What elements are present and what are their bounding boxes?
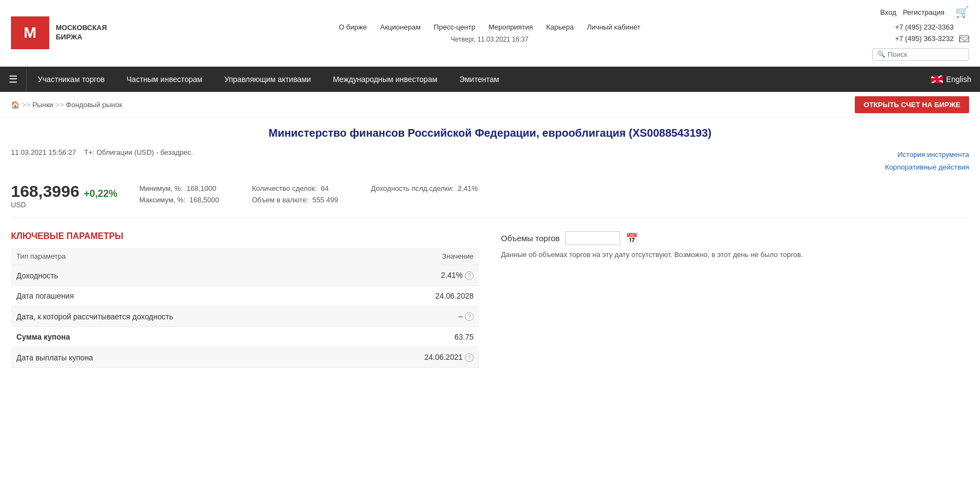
- table-row: Дата, к которой рассчитывается доходност…: [11, 306, 479, 327]
- nav-emitents[interactable]: Эмитентам: [448, 67, 510, 91]
- key-params-title: КЛЮЧЕВЫЕ ПАРАМЕТРЫ: [11, 231, 479, 241]
- nav-career[interactable]: Карьера: [546, 23, 574, 31]
- stat-col-left: Минимум, %: 168,1000 Максимум, %: 168,50…: [139, 184, 219, 204]
- main-content: Министерство финансов Российской Федерац…: [0, 118, 980, 377]
- header-nav: О бирже Акционерам Пресс-центр Мероприят…: [118, 23, 861, 43]
- nav-participants[interactable]: Участникам торгов: [27, 67, 116, 91]
- nav-items: Участникам торгов Частным инвесторам Упр…: [27, 67, 922, 91]
- site-header: М МОСКОВСКАЯ БИРЖА О бирже Акционерам Пр…: [0, 0, 980, 67]
- breadcrumb-bar: 🏠 >> Рынки >> Фондовый рынок ОТКРЫТЬ СЧЕ…: [0, 92, 980, 118]
- phone1: +7 (495) 232-3363: [895, 22, 954, 33]
- flag-icon: [931, 75, 943, 83]
- hamburger-menu[interactable]: ☰: [0, 67, 27, 92]
- stat-deals: Количество сделок: 64: [252, 184, 338, 192]
- header-right: Вход Регистрация 🛒 +7 (495) 232-3363 +7 …: [872, 5, 969, 61]
- breadcrumb-current: Фондовый рынок: [66, 101, 122, 109]
- logo-text: МОСКОВСКАЯ БИРЖА: [56, 24, 107, 42]
- help-icon[interactable]: ?: [465, 353, 474, 362]
- instrument-meta-right: История инструмента Корпоративные действ…: [885, 148, 969, 174]
- col-value-header: Значение: [355, 248, 479, 265]
- login-link[interactable]: Вход: [880, 8, 896, 16]
- param-value: 24.06.2021?: [355, 347, 479, 368]
- param-value: –?: [355, 306, 479, 327]
- instrument-title: Министерство финансов Российской Федерац…: [11, 127, 969, 139]
- price-block: 168,3996 +0,22% USD: [11, 182, 118, 209]
- breadcrumb-sep1: >>: [22, 101, 30, 109]
- param-name: Дата погашения: [11, 286, 355, 306]
- search-box[interactable]: 🔍: [872, 48, 969, 61]
- key-params-section: КЛЮЧЕВЫЕ ПАРАМЕТРЫ Тип параметра Значени…: [11, 231, 479, 368]
- stat-col-right: Доходность пслд.сделки: 2,41%: [371, 184, 478, 204]
- history-link[interactable]: История инструмента: [885, 148, 969, 161]
- col-param-header: Тип параметра: [11, 248, 355, 265]
- param-value: 2.41%?: [355, 265, 479, 286]
- top-nav: О бирже Акционерам Пресс-центр Мероприят…: [339, 23, 640, 31]
- instrument-meta: 11.03.2021 15:56:27 Т+: Облигации (USD) …: [11, 148, 969, 174]
- breadcrumb-markets[interactable]: Рынки: [32, 101, 53, 109]
- price-section: 168,3996 +0,22% USD Минимум, %: 168,1000…: [11, 182, 969, 218]
- two-col-section: КЛЮЧЕВЫЕ ПАРАМЕТРЫ Тип параметра Значени…: [11, 231, 969, 368]
- cart-icon[interactable]: 🛒: [955, 5, 969, 19]
- table-row: Дата выплаты купона24.06.2021?: [11, 347, 479, 368]
- table-row: Сумма купона63.75: [11, 327, 479, 347]
- nav-asset-managers[interactable]: Управляющим активами: [213, 67, 322, 91]
- table-row: Доходность2.41%?: [11, 265, 479, 286]
- table-row: Дата погашения24.06.2028: [11, 286, 479, 306]
- stat-yield-last: Доходность пслд.сделки: 2,41%: [371, 184, 478, 192]
- price-stats: Минимум, %: 168,1000 Максимум, %: 168,50…: [139, 184, 478, 204]
- nav-events[interactable]: Мероприятия: [488, 23, 533, 31]
- home-icon[interactable]: 🏠: [11, 101, 20, 109]
- instrument-datetime: 11.03.2021 15:56:27: [11, 148, 76, 156]
- nav-press[interactable]: Пресс-центр: [434, 23, 475, 31]
- volume-label: Объемы торгов: [501, 234, 560, 243]
- stat-volume: Объем в валюте: 555 499: [252, 196, 338, 204]
- volume-date-input[interactable]: [565, 231, 620, 245]
- volumes-section: Объемы торгов 📅 Данные об объемах торгов…: [501, 231, 969, 368]
- nav-shareholders[interactable]: Акционерам: [380, 23, 421, 31]
- register-link[interactable]: Регистрация: [903, 8, 944, 16]
- instrument-meta-left: 11.03.2021 15:56:27 Т+: Облигации (USD) …: [11, 148, 193, 156]
- price-value: 168,3996: [11, 182, 79, 201]
- phone-block: +7 (495) 232-3363 +7 (495) 363-3232: [895, 22, 969, 45]
- instrument-type: Т+: Облигации (USD) - безадрес.: [84, 148, 193, 156]
- nav-cabinet[interactable]: Личный кабинет: [587, 23, 640, 31]
- corporate-link[interactable]: Корпоративные действия: [885, 161, 969, 173]
- breadcrumb-sep2: >>: [55, 101, 63, 109]
- volume-message: Данные об объемах торгов на эту дату отс…: [501, 250, 969, 259]
- key-params-table: Тип параметра Значение Доходность2.41%?Д…: [11, 248, 479, 368]
- param-name: Дата, к которой рассчитывается доходност…: [11, 306, 355, 327]
- stat-col-mid: Количество сделок: 64 Объем в валюте: 55…: [252, 184, 338, 204]
- stat-max: Максимум, %: 168,5000: [139, 196, 219, 204]
- help-icon[interactable]: ?: [465, 312, 474, 321]
- param-value: 63.75: [355, 327, 479, 347]
- nav-about[interactable]: О бирже: [339, 23, 367, 31]
- language-switcher[interactable]: English: [922, 69, 980, 89]
- phone2: +7 (495) 363-3232: [895, 33, 954, 45]
- price-currency: USD: [11, 201, 26, 209]
- logo-area: М МОСКОВСКАЯ БИРЖА: [11, 16, 107, 49]
- auth-links: Вход Регистрация: [880, 8, 944, 16]
- search-icon: 🔍: [877, 50, 885, 58]
- param-name: Доходность: [11, 265, 355, 286]
- calendar-icon[interactable]: 📅: [626, 232, 638, 244]
- email-icon[interactable]: [959, 36, 969, 42]
- search-input[interactable]: [888, 50, 964, 59]
- datetime-display: Четверг, 11.03.2021 16:37: [451, 36, 528, 43]
- nav-international[interactable]: Международным инвесторам: [322, 67, 448, 91]
- help-icon[interactable]: ?: [465, 271, 474, 280]
- breadcrumb: 🏠 >> Рынки >> Фондовый рынок: [11, 101, 122, 109]
- open-account-button[interactable]: ОТКРЫТЬ СЧЕТ НА БИРЖЕ: [855, 96, 969, 113]
- price-main-row: 168,3996 +0,22%: [11, 182, 118, 201]
- main-nav: ☰ Участникам торгов Частным инвесторам У…: [0, 67, 980, 92]
- svg-rect-11: [931, 78, 943, 80]
- param-name: Дата выплаты купона: [11, 347, 355, 368]
- stat-min: Минимум, %: 168,1000: [139, 184, 219, 192]
- price-change: +0,22%: [84, 188, 118, 200]
- param-value: 24.06.2028: [355, 286, 479, 306]
- volume-header: Объемы торгов 📅: [501, 231, 969, 245]
- param-name: Сумма купона: [11, 327, 355, 347]
- nav-private[interactable]: Частным инвесторам: [116, 67, 214, 91]
- lang-label: English: [946, 75, 971, 84]
- logo-icon: М: [11, 16, 49, 49]
